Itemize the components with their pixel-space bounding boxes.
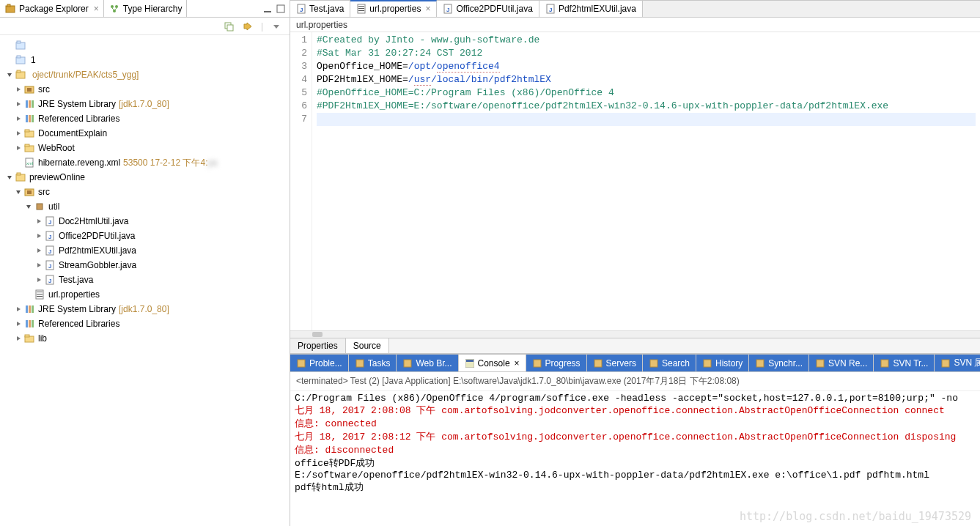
library-icon — [23, 303, 35, 315]
tree-item-decoration: [jdk1.7.0_80] — [119, 99, 169, 109]
bottom-tab[interactable]: Synchr... — [749, 355, 809, 371]
tree-item[interactable]: Referenced Libraries — [3, 316, 290, 331]
tree-item[interactable]: DocumentExplain — [3, 126, 290, 141]
bottom-tab[interactable]: History — [696, 355, 749, 371]
chevron-down-icon[interactable] — [4, 172, 15, 182]
tree-item[interactable]: JRE System Library[jdk1.7.0_80] — [3, 97, 290, 111]
tree-item[interactable] — [3, 38, 290, 53]
tree-item[interactable]: xmlhibernate.reveng.xml53500 17-2-12 下午4… — [3, 155, 290, 170]
package-folder-icon — [23, 186, 35, 198]
tasks-icon — [355, 358, 365, 368]
bottom-tab[interactable]: Proble... — [290, 355, 349, 371]
tree-item[interactable]: url.properties — [3, 287, 290, 302]
svg-rect-70 — [466, 360, 474, 362]
code-editor[interactable]: #Created by JInto - www.guh-software.de#… — [312, 32, 980, 330]
chevron-right-icon[interactable] — [34, 260, 44, 270]
svn-repo-icon — [815, 358, 825, 368]
maximize-icon[interactable] — [276, 4, 285, 13]
editor-tab[interactable]: JOffice2PDFUtil.java — [437, 0, 539, 17]
svg-rect-32 — [27, 190, 32, 194]
editor-tab[interactable]: JPdf2htmlEXUtil.java — [539, 0, 643, 17]
svg-rect-24 — [25, 130, 29, 132]
tree-item[interactable]: JStreamGobbler.java — [3, 258, 290, 273]
bottom-panel: Proble...TasksWeb Br...Console×ProgressS… — [290, 354, 980, 526]
history-icon — [702, 358, 712, 368]
chevron-right-icon[interactable] — [34, 216, 44, 226]
chevron-right-icon[interactable] — [13, 333, 23, 344]
tree-item[interactable]: JTest.java — [3, 273, 290, 287]
bottom-tab[interactable]: Progress — [526, 355, 587, 371]
chevron-right-icon[interactable] — [34, 231, 44, 241]
bottom-tab[interactable]: SVN Re... — [809, 355, 874, 371]
bottom-tab[interactable]: SVN 属... — [935, 355, 980, 371]
chevron-down-icon[interactable] — [4, 70, 15, 80]
close-icon[interactable]: × — [425, 4, 430, 14]
chevron-right-icon[interactable] — [34, 245, 44, 256]
project-tree[interactable]: 1oject/trunk/PEAK/cts5_ygg]srcJRE System… — [0, 35, 290, 526]
close-icon[interactable]: × — [94, 4, 99, 14]
tree-item-label: hibernate.reveng.xml — [38, 158, 120, 168]
close-icon[interactable]: × — [515, 358, 520, 368]
console-line: 信息: disconnected — [295, 443, 976, 456]
bottom-tab-label: SVN 属... — [954, 357, 980, 369]
tree-item[interactable]: Referenced Libraries — [3, 111, 290, 126]
tree-item[interactable]: src — [3, 82, 290, 97]
chevron-right-icon[interactable] — [13, 319, 23, 329]
bottom-tab[interactable]: Search — [643, 355, 696, 371]
svg-text:xml: xml — [26, 161, 33, 166]
chevron-right-icon[interactable] — [13, 304, 23, 314]
tree-item-decoration: 53500 17-2-12 下午4: — [123, 157, 207, 169]
svg-rect-8 — [227, 25, 233, 31]
console-line: 七月 18, 2017 2:08:12 下午 com.artofsolving.… — [295, 430, 976, 443]
editor-horizontal-scrollbar[interactable] — [290, 330, 980, 338]
svg-text:J: J — [48, 278, 51, 284]
chevron-down-icon[interactable] — [13, 187, 23, 197]
bottom-tab[interactable]: Console× — [459, 355, 526, 371]
chevron-right-icon[interactable] — [34, 275, 44, 285]
bottom-tab[interactable]: Web Br... — [397, 355, 458, 371]
package-icon — [34, 201, 45, 212]
tab-properties[interactable]: Properties — [290, 338, 346, 353]
tree-item[interactable]: util — [3, 199, 290, 214]
tab-package-explorer[interactable]: Package Explorer × — [0, 0, 104, 17]
tab-label: Package Explorer — [19, 4, 89, 14]
scrollbar-thumb-icon[interactable] — [312, 332, 323, 337]
tab-source[interactable]: Source — [346, 338, 389, 353]
editor-area: JTest.javaurl.properties×JOffice2PDFUtil… — [290, 0, 980, 526]
collapse-all-icon[interactable] — [223, 21, 235, 32]
breadcrumb[interactable]: url.properties — [290, 18, 980, 32]
console-output[interactable]: C:/Program Files (x86)/OpenOffice 4/prog… — [290, 391, 980, 526]
bottom-tab[interactable]: SVN Tr... — [874, 355, 935, 371]
chevron-right-icon[interactable] — [13, 99, 23, 109]
chevron-right-icon[interactable] — [13, 84, 23, 95]
tree-item[interactable]: 1 — [3, 53, 290, 67]
bottom-tab[interactable]: Servers — [587, 355, 643, 371]
library-icon — [23, 98, 35, 110]
chevron-down-icon[interactable] — [23, 201, 34, 212]
chevron-right-icon[interactable] — [13, 143, 23, 153]
tree-item[interactable]: src — [3, 185, 290, 199]
tree-item-label: Referenced Libraries — [38, 114, 119, 124]
tree-item[interactable]: JDoc2HtmlUtil.java — [3, 214, 290, 229]
minimize-icon[interactable] — [263, 4, 272, 13]
line-number-gutter: 1234567 — [290, 32, 312, 330]
tree-item[interactable]: previewOnline — [3, 170, 290, 185]
tree-item[interactable]: JOffice2PDFUtil.java — [3, 229, 290, 243]
bottom-tab[interactable]: Tasks — [349, 355, 397, 371]
svg-text:J: J — [446, 7, 449, 13]
link-with-editor-icon[interactable] — [242, 21, 254, 32]
chevron-right-icon[interactable] — [13, 114, 23, 124]
tree-item[interactable]: JRE System Library[jdk1.7.0_80] — [3, 302, 290, 316]
svg-rect-51 — [26, 320, 28, 327]
tab-type-hierarchy[interactable]: Type Hierarchy — [104, 0, 188, 17]
svg-text:J: J — [48, 263, 51, 270]
tree-item[interactable]: JPdf2htmlEXUtil.java — [3, 243, 290, 258]
editor-tab[interactable]: JTest.java — [290, 0, 350, 17]
tree-item[interactable]: oject/trunk/PEAK/cts5_ygg] — [3, 67, 290, 82]
editor-tab[interactable]: url.properties× — [350, 0, 437, 17]
tree-item[interactable]: lib — [3, 331, 290, 346]
chevron-right-icon[interactable] — [13, 128, 23, 138]
svg-rect-67 — [356, 360, 364, 367]
view-menu-icon[interactable] — [270, 21, 282, 32]
tree-item[interactable]: WebRoot — [3, 141, 290, 155]
